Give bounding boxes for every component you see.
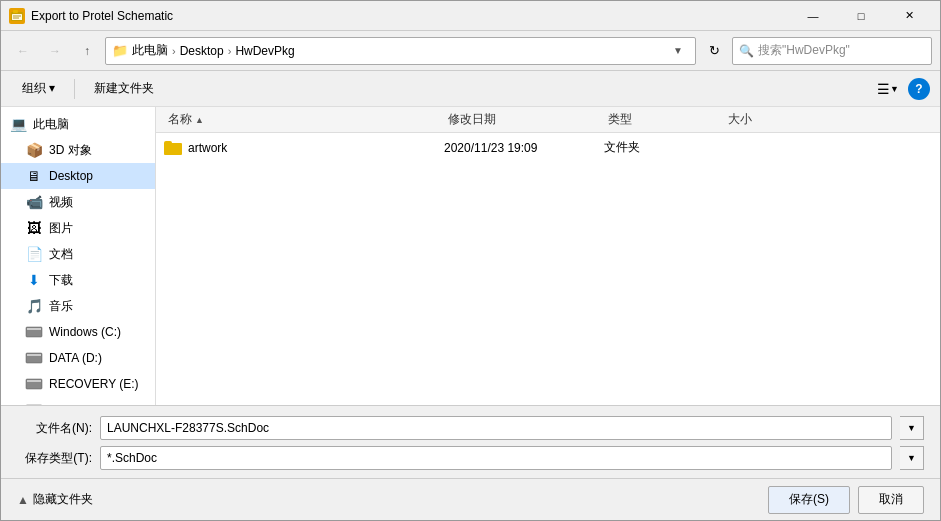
- sidebar-label-desktop: Desktop: [49, 169, 93, 183]
- file-type-text: 文件夹: [604, 139, 640, 156]
- svg-rect-6: [27, 328, 41, 330]
- folder-icon: [164, 141, 182, 155]
- sidebar-label-drive-e: RECOVERY (E:): [49, 377, 139, 391]
- breadcrumb-dropdown-icon[interactable]: ▼: [673, 45, 689, 56]
- sidebar-item-downloads[interactable]: ⬇ 下载: [1, 267, 155, 293]
- desktop-icon: 🖥: [25, 168, 43, 184]
- view-button[interactable]: ☰ ▼: [874, 75, 902, 103]
- title-bar: Export to Protel Schematic — □ ✕: [1, 1, 940, 31]
- svg-rect-2: [12, 14, 22, 20]
- documents-icon: 📄: [25, 246, 43, 262]
- title-bar-controls: — □ ✕: [790, 1, 932, 31]
- filetype-row: 保存类型(T): ▼: [17, 446, 924, 470]
- bottom-bar: ▲ 隐藏文件夹 保存(S) 取消: [1, 478, 940, 520]
- filetype-input[interactable]: [100, 446, 892, 470]
- toolbar-separator: [74, 79, 75, 99]
- sidebar-item-drive-c[interactable]: Windows (C:): [1, 319, 155, 345]
- breadcrumb-sep-1: ›: [228, 45, 232, 57]
- sidebar-item-3d-objects[interactable]: 📦 3D 对象: [1, 137, 155, 163]
- sidebar-label-3d-objects: 3D 对象: [49, 142, 92, 159]
- file-type-cell: 文件夹: [604, 139, 724, 156]
- svg-rect-1: [13, 10, 18, 13]
- filetype-dropdown[interactable]: ▼: [900, 446, 924, 470]
- refresh-button[interactable]: ↻: [700, 37, 728, 65]
- file-list-header: 名称 ▲ 修改日期 类型 大小: [156, 107, 940, 133]
- sidebar-item-pictures[interactable]: 🖼 图片: [1, 215, 155, 241]
- address-bar: ← → ↑ 📁 此电脑 › Desktop › HwDevPkg ▼ ↻ 🔍 搜…: [1, 31, 940, 71]
- column-header-type[interactable]: 类型: [604, 111, 724, 128]
- pictures-icon: 🖼: [25, 220, 43, 236]
- sidebar: 💻 此电脑 📦 3D 对象 🖥 Desktop 📹 视频 🖼 图片 📄: [1, 107, 156, 405]
- drive-e-icon: [25, 376, 43, 393]
- toolbar: 组织 ▾ 新建文件夹 ☰ ▼ ?: [1, 71, 940, 107]
- music-icon: 🎵: [25, 298, 43, 314]
- cancel-button[interactable]: 取消: [858, 486, 924, 514]
- svg-rect-8: [27, 354, 41, 356]
- drive-d-icon: [25, 350, 43, 367]
- sidebar-item-passport[interactable]: My Passport (C: [1, 397, 155, 405]
- breadcrumb-bar[interactable]: 📁 此电脑 › Desktop › HwDevPkg ▼: [105, 37, 696, 65]
- help-button[interactable]: ?: [908, 78, 930, 100]
- action-buttons: 保存(S) 取消: [768, 486, 924, 514]
- sidebar-item-drive-d[interactable]: DATA (D:): [1, 345, 155, 371]
- sidebar-item-this-pc[interactable]: 💻 此电脑: [1, 111, 155, 137]
- file-name-text: artwork: [188, 141, 227, 155]
- 3d-objects-icon: 📦: [25, 142, 43, 158]
- hide-folders-label: 隐藏文件夹: [33, 491, 93, 508]
- drive-c-icon: [25, 324, 43, 341]
- dialog-window: Export to Protel Schematic — □ ✕ ← → ↑ 📁…: [0, 0, 941, 521]
- file-list-body: artwork 2020/11/23 19:09 文件夹: [156, 133, 940, 405]
- breadcrumb-part-1: Desktop: [180, 44, 224, 58]
- filename-dropdown[interactable]: ▼: [900, 416, 924, 440]
- dialog-title: Export to Protel Schematic: [31, 9, 790, 23]
- search-icon: 🔍: [739, 44, 754, 58]
- forward-button[interactable]: →: [41, 37, 69, 65]
- filetype-label: 保存类型(T):: [17, 450, 92, 467]
- sidebar-label-videos: 视频: [49, 194, 73, 211]
- filename-label: 文件名(N):: [17, 420, 92, 437]
- organize-button[interactable]: 组织 ▾: [11, 76, 66, 102]
- file-date-cell: 2020/11/23 19:09: [444, 141, 604, 155]
- sidebar-label-documents: 文档: [49, 246, 73, 263]
- sidebar-label-music: 音乐: [49, 298, 73, 315]
- sidebar-label-drive-c: Windows (C:): [49, 325, 121, 339]
- table-row[interactable]: artwork 2020/11/23 19:09 文件夹: [156, 133, 940, 163]
- maximize-button[interactable]: □: [838, 1, 884, 31]
- search-bar[interactable]: 🔍 搜索"HwDevPkg": [732, 37, 932, 65]
- dialog-icon: [9, 8, 25, 24]
- column-header-size[interactable]: 大小: [724, 111, 804, 128]
- sidebar-item-documents[interactable]: 📄 文档: [1, 241, 155, 267]
- close-button[interactable]: ✕: [886, 1, 932, 31]
- up-button[interactable]: ↑: [73, 37, 101, 65]
- sidebar-item-music[interactable]: 🎵 音乐: [1, 293, 155, 319]
- breadcrumb-part-2: HwDevPkg: [235, 44, 294, 58]
- sidebar-item-drive-e[interactable]: RECOVERY (E:): [1, 371, 155, 397]
- breadcrumb-part-0: 此电脑: [132, 42, 168, 59]
- back-button[interactable]: ←: [9, 37, 37, 65]
- search-placeholder: 搜索"HwDevPkg": [758, 42, 850, 59]
- sort-arrow-icon: ▲: [195, 115, 204, 125]
- sidebar-label-this-pc: 此电脑: [33, 116, 69, 133]
- new-folder-button[interactable]: 新建文件夹: [83, 76, 165, 102]
- file-date-text: 2020/11/23 19:09: [444, 141, 537, 155]
- svg-rect-10: [27, 380, 41, 382]
- this-pc-icon: 💻: [9, 116, 27, 132]
- breadcrumb-sep-0: ›: [172, 45, 176, 57]
- breadcrumb-folder-icon: 📁: [112, 43, 128, 58]
- file-name-cell: artwork: [164, 141, 444, 155]
- filename-input[interactable]: [100, 416, 892, 440]
- hide-folders-icon: ▲: [17, 493, 29, 507]
- column-header-name[interactable]: 名称 ▲: [164, 111, 444, 128]
- minimize-button[interactable]: —: [790, 1, 836, 31]
- bottom-form: 文件名(N): ▼ 保存类型(T): ▼: [1, 405, 940, 478]
- filename-row: 文件名(N): ▼: [17, 416, 924, 440]
- sidebar-label-downloads: 下载: [49, 272, 73, 289]
- hide-folders-button[interactable]: ▲ 隐藏文件夹: [17, 491, 93, 508]
- sidebar-item-desktop[interactable]: 🖥 Desktop: [1, 163, 155, 189]
- column-header-date[interactable]: 修改日期: [444, 111, 604, 128]
- save-button[interactable]: 保存(S): [768, 486, 850, 514]
- sidebar-item-videos[interactable]: 📹 视频: [1, 189, 155, 215]
- view-icon: ☰: [877, 81, 890, 97]
- view-dropdown-icon: ▼: [890, 84, 899, 94]
- toolbar-right: ☰ ▼ ?: [874, 75, 930, 103]
